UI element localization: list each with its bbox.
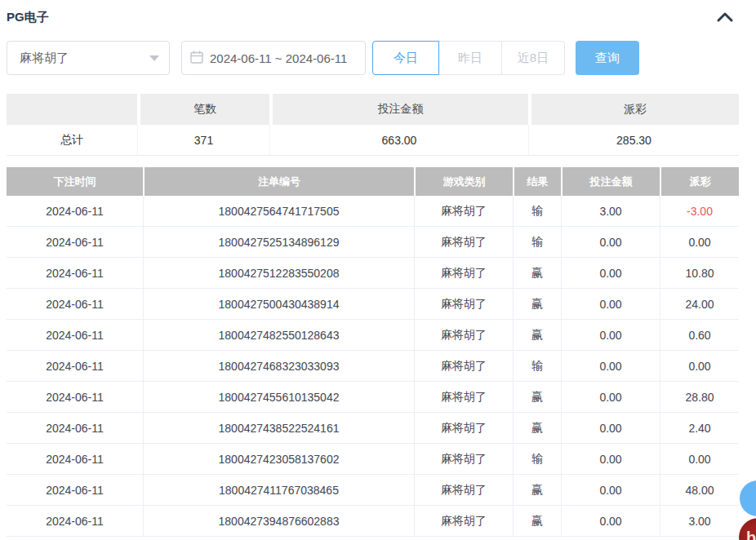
cell-game-type: 麻将胡了 bbox=[414, 444, 513, 475]
cell-game-type: 麻将胡了 bbox=[414, 413, 513, 444]
cell-bet-amount: 0.00 bbox=[561, 227, 660, 258]
cell-bet-time: 2024-06-11 bbox=[7, 289, 143, 320]
header-payout: 派彩 bbox=[660, 167, 739, 196]
cell-bet-id: 1800427482550128643 bbox=[143, 320, 414, 351]
cell-bet-id: 1800427411767038465 bbox=[143, 475, 414, 506]
bet-table-header-row: 下注时间 注单编号 游戏类别 结果 投注金额 派彩 bbox=[7, 167, 739, 196]
calendar-icon bbox=[190, 51, 210, 66]
table-row: 2024-06-111800427525134896129麻将胡了输0.000.… bbox=[7, 227, 739, 258]
table-row: 2024-06-111800427500430438914麻将胡了赢0.0024… bbox=[7, 289, 739, 320]
cell-payout: 48.00 bbox=[660, 475, 739, 506]
cell-payout: 28.80 bbox=[660, 382, 739, 413]
cell-bet-time: 2024-06-11 bbox=[7, 382, 143, 413]
bet-table-body: 2024-06-111800427564741717505麻将胡了输3.00-3… bbox=[7, 196, 739, 537]
cell-bet-time: 2024-06-11 bbox=[7, 413, 143, 444]
summary-header-bet-amount: 投注金额 bbox=[269, 94, 528, 125]
header-result: 结果 bbox=[513, 167, 561, 196]
cell-bet-id: 1800427455610135042 bbox=[143, 382, 414, 413]
cell-bet-time: 2024-06-11 bbox=[7, 196, 143, 227]
header-bet-time: 下注时间 bbox=[7, 167, 143, 196]
bet-records-panel: PG电子 麻将胡了 2024-06-11 ~ 2024-06-11 今日 昨日 … bbox=[0, 0, 756, 540]
cell-payout: -3.00 bbox=[660, 196, 739, 227]
game-select[interactable]: 麻将胡了 bbox=[7, 41, 170, 75]
summary-header-count: 笔数 bbox=[137, 94, 269, 125]
cell-bet-time: 2024-06-11 bbox=[7, 320, 143, 351]
floating-service-button[interactable] bbox=[740, 480, 756, 516]
cell-game-type: 麻将胡了 bbox=[414, 320, 513, 351]
last-8-days-button[interactable]: 近8日 bbox=[502, 41, 565, 75]
cell-payout: 10.80 bbox=[660, 258, 739, 289]
summary-header-payout: 派彩 bbox=[528, 94, 739, 125]
date-range-value: 2024-06-11 ~ 2024-06-11 bbox=[210, 51, 347, 65]
panel-title: PG电子 bbox=[7, 10, 49, 25]
yesterday-button[interactable]: 昨日 bbox=[439, 41, 502, 75]
cell-bet-amount: 0.00 bbox=[561, 289, 660, 320]
cell-bet-time: 2024-06-11 bbox=[7, 444, 143, 475]
summary-table: 笔数 投注金额 派彩 总计 371 663.00 285.30 bbox=[7, 94, 739, 156]
cell-bet-amount: 0.00 bbox=[561, 351, 660, 382]
cell-bet-time: 2024-06-11 bbox=[7, 351, 143, 382]
cell-bet-amount: 0.00 bbox=[561, 475, 660, 506]
cell-result: 赢 bbox=[513, 289, 561, 320]
header-bet-id: 注单编号 bbox=[143, 167, 414, 196]
cell-result: 赢 bbox=[513, 258, 561, 289]
cell-result: 输 bbox=[513, 351, 561, 382]
cell-result: 输 bbox=[513, 227, 561, 258]
table-row: 2024-06-111800427468323033093麻将胡了输0.000.… bbox=[7, 351, 739, 382]
cell-payout: 0.00 bbox=[660, 444, 739, 475]
cell-result: 输 bbox=[513, 444, 561, 475]
table-row: 2024-06-111800427512283550208麻将胡了赢0.0010… bbox=[7, 258, 739, 289]
caret-down-icon bbox=[149, 55, 159, 61]
cell-bet-amount: 0.00 bbox=[561, 413, 660, 444]
cell-bet-id: 1800427525134896129 bbox=[143, 227, 414, 258]
cell-bet-id: 1800427394876602883 bbox=[143, 506, 414, 537]
game-select-value: 麻将胡了 bbox=[20, 51, 69, 66]
cell-game-type: 麻将胡了 bbox=[414, 506, 513, 537]
header-bet-amount: 投注金额 bbox=[561, 167, 660, 196]
floating-brand-button[interactable]: b bbox=[739, 518, 756, 540]
table-row: 2024-06-111800427423058137602麻将胡了输0.000.… bbox=[7, 444, 739, 475]
header-game-type: 游戏类别 bbox=[414, 167, 513, 196]
table-row: 2024-06-111800427438522524161麻将胡了赢0.002.… bbox=[7, 413, 739, 444]
cell-result: 赢 bbox=[513, 413, 561, 444]
bet-records-table: 下注时间 注单编号 游戏类别 结果 投注金额 派彩 2024-06-111800… bbox=[7, 167, 739, 537]
cell-game-type: 麻将胡了 bbox=[414, 289, 513, 320]
summary-header-row: 笔数 投注金额 派彩 bbox=[7, 94, 739, 125]
cell-result: 赢 bbox=[513, 320, 561, 351]
cell-bet-id: 1800427468323033093 bbox=[143, 351, 414, 382]
query-button[interactable]: 查询 bbox=[576, 41, 639, 75]
summary-total-payout: 285.30 bbox=[528, 125, 739, 156]
cell-bet-amount: 0.00 bbox=[561, 258, 660, 289]
today-button[interactable]: 今日 bbox=[372, 41, 439, 75]
cell-game-type: 麻将胡了 bbox=[414, 196, 513, 227]
cell-bet-amount: 0.00 bbox=[561, 320, 660, 351]
cell-bet-id: 1800427512283550208 bbox=[143, 258, 414, 289]
cell-payout: 2.40 bbox=[660, 413, 739, 444]
cell-bet-id: 1800427423058137602 bbox=[143, 444, 414, 475]
cell-result: 赢 bbox=[513, 475, 561, 506]
cell-bet-time: 2024-06-11 bbox=[7, 506, 143, 537]
table-row: 2024-06-111800427564741717505麻将胡了输3.00-3… bbox=[7, 196, 739, 227]
cell-payout: 0.00 bbox=[660, 351, 739, 382]
cell-bet-time: 2024-06-11 bbox=[7, 475, 143, 506]
cell-bet-time: 2024-06-11 bbox=[7, 227, 143, 258]
cell-payout: 3.00 bbox=[660, 506, 739, 537]
table-row: 2024-06-111800427455610135042麻将胡了赢0.0028… bbox=[7, 382, 739, 413]
cell-game-type: 麻将胡了 bbox=[414, 258, 513, 289]
cell-bet-id: 1800427500430438914 bbox=[143, 289, 414, 320]
cell-payout: 24.00 bbox=[660, 289, 739, 320]
cell-game-type: 麻将胡了 bbox=[414, 382, 513, 413]
summary-header-blank bbox=[7, 94, 137, 125]
date-range-input[interactable]: 2024-06-11 ~ 2024-06-11 bbox=[181, 41, 366, 75]
table-row: 2024-06-111800427482550128643麻将胡了赢0.000.… bbox=[7, 320, 739, 351]
filter-bar: 麻将胡了 2024-06-11 ~ 2024-06-11 今日 昨日 近8日 查… bbox=[7, 41, 639, 75]
cell-result: 输 bbox=[513, 196, 561, 227]
chevron-up-icon bbox=[717, 12, 733, 24]
table-row: 2024-06-111800427411767038465麻将胡了赢0.0048… bbox=[7, 475, 739, 506]
summary-total-count: 371 bbox=[137, 125, 269, 156]
cell-bet-amount: 0.00 bbox=[561, 506, 660, 537]
cell-bet-amount: 0.00 bbox=[561, 444, 660, 475]
cell-game-type: 麻将胡了 bbox=[414, 227, 513, 258]
cell-game-type: 麻将胡了 bbox=[414, 475, 513, 506]
collapse-panel-button[interactable] bbox=[715, 8, 735, 28]
